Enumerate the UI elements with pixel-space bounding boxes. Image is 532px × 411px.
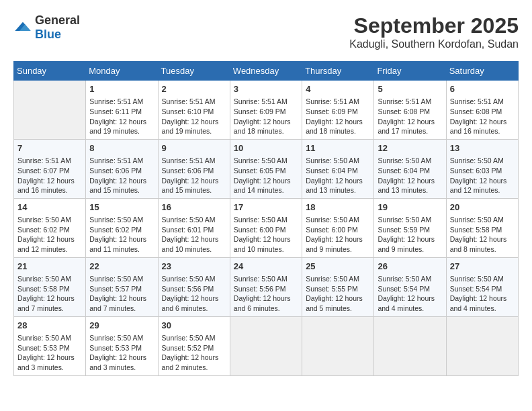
cell-text: Daylight: 12 hours <box>234 293 298 304</box>
cell-text: Sunset: 6:02 PM <box>89 225 154 235</box>
cell-text: Sunset: 6:05 PM <box>234 166 298 176</box>
day-number: 3 <box>234 83 298 95</box>
cell-text: and 18 minutes. <box>306 126 370 136</box>
cell-text: and 17 minutes. <box>378 126 442 136</box>
day-number: 18 <box>306 201 370 214</box>
weekday-header: Friday <box>374 62 446 81</box>
cell-text: Sunrise: 5:50 AM <box>306 156 370 166</box>
cell-text: Daylight: 12 hours <box>234 117 298 127</box>
cell-text: and 16 minutes. <box>17 185 82 195</box>
cell-text: and 12 minutes. <box>450 185 515 195</box>
cell-text: and 8 minutes. <box>450 244 515 255</box>
cell-text: Daylight: 12 hours <box>234 234 298 244</box>
cell-text: and 4 minutes. <box>450 304 515 314</box>
cell-text: Sunset: 6:08 PM <box>450 107 515 117</box>
weekday-header: Sunday <box>14 62 86 81</box>
cell-text: Daylight: 12 hours <box>306 234 370 244</box>
cell-text: Sunset: 5:52 PM <box>162 343 226 353</box>
cell-text: and 5 minutes. <box>306 304 370 314</box>
cell-text: Daylight: 12 hours <box>378 176 442 186</box>
cell-text: and 15 minutes. <box>162 185 226 195</box>
calendar-cell: 9Sunrise: 5:51 AMSunset: 6:06 PMDaylight… <box>158 139 230 198</box>
weekday-header: Tuesday <box>158 62 230 81</box>
cell-text: and 7 minutes. <box>17 304 82 314</box>
cell-text: Daylight: 12 hours <box>378 117 442 127</box>
cell-text: Sunrise: 5:50 AM <box>450 215 515 225</box>
cell-text: Sunrise: 5:51 AM <box>378 97 442 107</box>
cell-text: and 18 minutes. <box>234 126 298 136</box>
cell-text: Daylight: 12 hours <box>17 293 82 304</box>
cell-text: Sunrise: 5:50 AM <box>17 274 82 284</box>
cell-text: and 3 minutes. <box>89 363 154 373</box>
cell-text: Sunset: 6:04 PM <box>306 166 370 176</box>
calendar-cell: 3Sunrise: 5:51 AMSunset: 6:09 PMDaylight… <box>230 81 302 140</box>
calendar-week-row: 28Sunrise: 5:50 AMSunset: 5:53 PMDayligh… <box>14 316 519 375</box>
calendar-week-row: 14Sunrise: 5:50 AMSunset: 6:02 PMDayligh… <box>14 198 519 257</box>
calendar-cell: 25Sunrise: 5:50 AMSunset: 5:55 PMDayligh… <box>302 257 374 316</box>
cell-text: Daylight: 12 hours <box>89 293 154 304</box>
day-number: 4 <box>306 83 370 95</box>
day-number: 26 <box>378 261 442 273</box>
calendar-cell: 11Sunrise: 5:50 AMSunset: 6:04 PMDayligh… <box>302 139 374 198</box>
cell-text: Sunrise: 5:51 AM <box>162 97 226 107</box>
cell-text: Sunset: 5:56 PM <box>162 284 226 294</box>
cell-text: Sunset: 6:04 PM <box>378 166 442 176</box>
calendar-cell: 7Sunrise: 5:51 AMSunset: 6:07 PMDaylight… <box>14 139 86 198</box>
calendar-cell: 4Sunrise: 5:51 AMSunset: 6:09 PMDaylight… <box>302 81 374 140</box>
cell-text: and 6 minutes. <box>162 304 226 314</box>
calendar-cell: 17Sunrise: 5:50 AMSunset: 6:00 PMDayligh… <box>230 198 302 257</box>
cell-text: Sunset: 5:56 PM <box>234 284 298 294</box>
calendar-cell: 13Sunrise: 5:50 AMSunset: 6:03 PMDayligh… <box>446 139 518 198</box>
cell-text: and 2 minutes. <box>162 363 226 373</box>
day-number: 22 <box>89 261 154 273</box>
title-area: September 2025 Kadugli, Southern Kordofa… <box>349 13 519 50</box>
cell-text: and 11 minutes. <box>89 244 154 255</box>
day-number: 21 <box>17 261 82 273</box>
cell-text: Sunset: 6:00 PM <box>234 225 298 235</box>
logo-general: General <box>35 13 80 27</box>
cell-text: Sunrise: 5:50 AM <box>162 333 226 343</box>
day-number: 16 <box>162 201 226 214</box>
cell-text: Sunrise: 5:51 AM <box>89 156 154 166</box>
cell-text: Daylight: 12 hours <box>162 117 226 127</box>
calendar-cell: 6Sunrise: 5:51 AMSunset: 6:08 PMDaylight… <box>446 81 518 140</box>
cell-text: Sunset: 5:53 PM <box>89 343 154 353</box>
cell-text: Sunrise: 5:51 AM <box>234 97 298 107</box>
cell-text: Sunset: 6:06 PM <box>89 166 154 176</box>
cell-text: Sunset: 5:58 PM <box>450 225 515 235</box>
cell-text: Daylight: 12 hours <box>89 117 154 127</box>
day-number: 29 <box>89 320 154 332</box>
calendar-cell: 24Sunrise: 5:50 AMSunset: 5:56 PMDayligh… <box>230 257 302 316</box>
cell-text: Daylight: 12 hours <box>162 353 226 363</box>
logo-blue: Blue <box>35 28 61 41</box>
cell-text: and 9 minutes. <box>378 244 442 255</box>
cell-text: Daylight: 12 hours <box>450 234 515 244</box>
cell-text: Sunrise: 5:50 AM <box>450 156 515 166</box>
day-number: 8 <box>89 142 154 154</box>
header: General Blue September 2025 Kadugli, Sou… <box>13 13 519 50</box>
cell-text: Sunrise: 5:50 AM <box>17 333 82 343</box>
day-number: 2 <box>162 83 226 95</box>
calendar-cell: 30Sunrise: 5:50 AMSunset: 5:52 PMDayligh… <box>158 316 230 375</box>
cell-text: and 19 minutes. <box>89 126 154 136</box>
calendar-cell: 12Sunrise: 5:50 AMSunset: 6:04 PMDayligh… <box>374 139 446 198</box>
calendar-cell <box>302 316 374 375</box>
cell-text: Sunrise: 5:50 AM <box>234 215 298 225</box>
cell-text: Sunset: 5:54 PM <box>378 284 442 294</box>
calendar-cell: 16Sunrise: 5:50 AMSunset: 6:01 PMDayligh… <box>158 198 230 257</box>
day-number: 12 <box>378 142 442 154</box>
cell-text: Daylight: 12 hours <box>234 176 298 186</box>
cell-text: Sunrise: 5:51 AM <box>450 97 515 107</box>
cell-text: Sunrise: 5:50 AM <box>378 156 442 166</box>
cell-text: Sunset: 6:06 PM <box>162 166 226 176</box>
cell-text: Sunset: 6:10 PM <box>162 107 226 117</box>
cell-text: Sunset: 6:11 PM <box>89 107 154 117</box>
calendar-week-row: 7Sunrise: 5:51 AMSunset: 6:07 PMDaylight… <box>14 139 519 198</box>
calendar-cell: 23Sunrise: 5:50 AMSunset: 5:56 PMDayligh… <box>158 257 230 316</box>
day-number: 9 <box>162 142 226 154</box>
cell-text: Daylight: 12 hours <box>450 293 515 304</box>
day-number: 28 <box>17 320 82 332</box>
cell-text: Sunset: 5:58 PM <box>17 284 82 294</box>
day-number: 19 <box>378 201 442 214</box>
calendar-cell: 14Sunrise: 5:50 AMSunset: 6:02 PMDayligh… <box>14 198 86 257</box>
